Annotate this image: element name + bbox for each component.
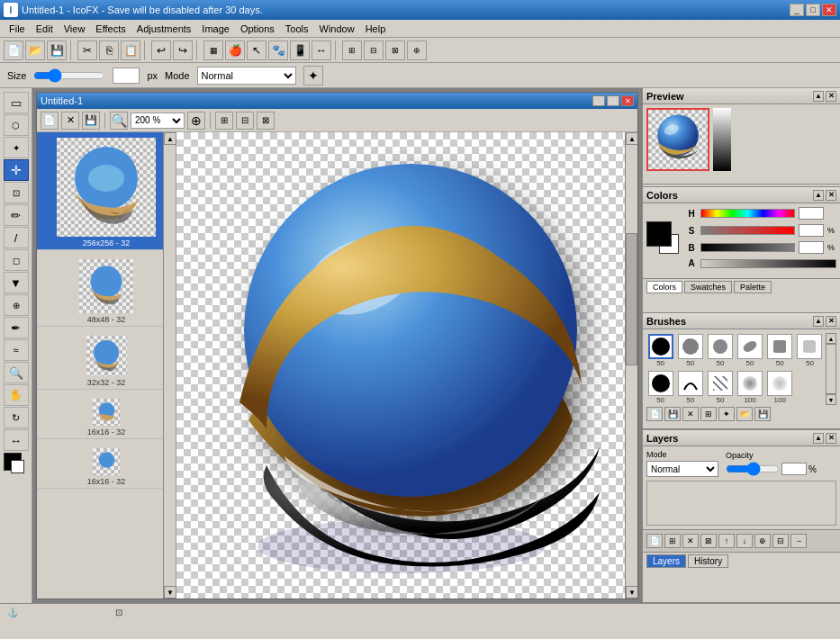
toolbar-new[interactable]: 📄 <box>4 40 23 60</box>
s-value[interactable]: 0 <box>799 224 824 237</box>
brush-item-8[interactable]: 50 <box>706 370 734 405</box>
tool-rotate[interactable]: ↻ <box>4 407 29 428</box>
brush-tool-3[interactable]: ✕ <box>682 407 699 421</box>
layers-tool-4[interactable]: ⊠ <box>700 534 717 548</box>
options-extra-btn[interactable]: ✦ <box>303 66 323 86</box>
canvas-scroll-down[interactable]: ▼ <box>626 586 637 598</box>
layers-tool-5[interactable]: ↑ <box>718 534 735 548</box>
colors-tab-swatches[interactable]: Swatches <box>684 281 732 293</box>
layers-tool-2[interactable]: ⊞ <box>664 534 681 548</box>
brush-item-0[interactable]: 50 <box>646 333 674 368</box>
colors-collapse[interactable]: ▲ <box>813 190 824 201</box>
doc-tool-actual[interactable]: ⊞ <box>215 112 233 130</box>
brush-item-6[interactable]: 50 <box>646 370 674 405</box>
brush-item-3[interactable]: 50 <box>736 333 763 368</box>
opacity-value[interactable]: 52 <box>781 463 807 475</box>
menu-edit[interactable]: Edit <box>31 22 59 36</box>
menu-image[interactable]: Image <box>196 22 235 36</box>
toolbar-btn7[interactable]: ⊞ <box>342 40 362 60</box>
toolbar-btn8[interactable]: ⊟ <box>364 40 384 60</box>
icon-canvas[interactable] <box>194 150 609 591</box>
brushes-scroll-up[interactable]: ▲ <box>826 333 836 344</box>
toolbar-paste[interactable]: 📋 <box>121 40 140 60</box>
layers-tool-6[interactable]: ↓ <box>736 534 753 548</box>
tool-crop[interactable]: ⊡ <box>4 182 29 203</box>
toolbar-btn4[interactable]: 🐾 <box>268 40 288 60</box>
doc-close[interactable]: ✕ <box>621 95 634 106</box>
layers-tool-9[interactable]: → <box>790 534 807 548</box>
tool-move[interactable]: ✛ <box>4 159 29 181</box>
doc-tool-new[interactable]: 📄 <box>41 112 59 130</box>
close-button[interactable]: ✕ <box>822 4 836 16</box>
brush-tool-6[interactable]: 📂 <box>736 407 753 421</box>
layers-close[interactable]: ✕ <box>826 433 836 444</box>
scroll-up[interactable]: ▲ <box>164 132 176 145</box>
doc-tool-zoom-in[interactable]: ⊕ <box>187 112 205 130</box>
layers-collapse[interactable]: ▲ <box>813 433 824 444</box>
brush-item-9[interactable]: 100 <box>736 370 763 405</box>
doc-maximize[interactable]: □ <box>607 95 619 106</box>
tool-text[interactable]: ↔ <box>4 429 29 451</box>
toolbar-copy[interactable]: ⎘ <box>99 40 119 60</box>
toolbar-btn1[interactable]: ▦ <box>203 40 223 60</box>
layers-tool-3[interactable]: ✕ <box>682 534 699 548</box>
menu-options[interactable]: Options <box>235 22 280 36</box>
toolbar-btn6[interactable]: ↔ <box>312 40 331 60</box>
toolbar-open[interactable]: 📂 <box>25 40 45 60</box>
maximize-button[interactable]: □ <box>806 4 820 16</box>
layers-tool-8[interactable]: ⊟ <box>772 534 789 548</box>
s-track[interactable] <box>700 226 795 235</box>
layers-tool-7[interactable]: ⊕ <box>754 534 771 548</box>
thumb-32[interactable]: 32x32 - 32 <box>37 330 176 390</box>
b-track[interactable] <box>700 243 795 252</box>
size-input[interactable]: 50 <box>113 68 140 84</box>
toolbar-redo[interactable]: ↪ <box>173 40 193 60</box>
brush-tool-1[interactable]: 📄 <box>646 407 663 421</box>
brush-item-4[interactable]: 50 <box>766 333 794 368</box>
brush-tool-7[interactable]: 💾 <box>754 407 771 421</box>
menu-adjustments[interactable]: Adjustments <box>131 22 197 36</box>
thumb-16b[interactable]: 16x16 - 32 <box>37 443 176 489</box>
color-swatch-container[interactable] <box>646 221 682 257</box>
scroll-down[interactable]: ▼ <box>164 586 176 598</box>
tool-fill[interactable]: ▼ <box>4 272 29 293</box>
toolbar-btn3[interactable]: ↖ <box>247 40 266 60</box>
color-selector[interactable] <box>4 453 29 474</box>
toolbar-btn5[interactable]: 📱 <box>290 40 310 60</box>
size-slider[interactable] <box>33 69 105 82</box>
opacity-slider[interactable] <box>726 462 780 476</box>
mode-select[interactable]: Normal Multiply Screen Overlay <box>197 67 296 85</box>
brush-tool-5[interactable]: ✦ <box>718 407 735 421</box>
brushes-collapse[interactable]: ▲ <box>813 316 824 327</box>
layers-mode-select[interactable]: Normal Multiply Screen <box>646 461 718 477</box>
tool-eraser[interactable]: ◻ <box>4 249 29 271</box>
tool-zoom[interactable]: 🔍 <box>4 362 29 383</box>
doc-tool-save[interactable]: 💾 <box>82 112 100 130</box>
canvas-content[interactable]: ▲ ▼ <box>176 132 637 598</box>
colors-tab-colors[interactable]: Colors <box>646 281 682 293</box>
menu-window[interactable]: Window <box>314 22 360 36</box>
foreground-color[interactable] <box>646 221 672 247</box>
thumb-scrollbar[interactable]: ▲ ▼ <box>163 132 176 598</box>
colors-tab-palette[interactable]: Palette <box>734 281 772 293</box>
minimize-button[interactable]: _ <box>790 4 804 16</box>
brush-tool-2[interactable]: 💾 <box>664 407 681 421</box>
toolbar-btn9[interactable]: ⊠ <box>385 40 405 60</box>
doc-tool-preview2[interactable]: ⊠ <box>257 112 275 130</box>
canvas-scroll-up[interactable]: ▲ <box>626 132 637 145</box>
h-value[interactable]: 0 <box>799 207 824 220</box>
brush-item-5[interactable]: 50 <box>796 333 824 368</box>
tool-eyedropper[interactable]: ✒ <box>4 317 29 338</box>
h-track[interactable] <box>700 209 795 218</box>
thumb-256[interactable]: 256x256 - 32 <box>37 132 176 250</box>
scrollbar-thumb[interactable] <box>626 233 637 365</box>
menu-file[interactable]: File <box>4 22 31 36</box>
tool-lasso[interactable]: ⬡ <box>4 114 29 136</box>
brushes-scroll-down[interactable]: ▼ <box>826 394 836 405</box>
menu-effects[interactable]: Effects <box>90 22 131 36</box>
brush-tool-4[interactable]: ⊞ <box>700 407 717 421</box>
doc-tool-grid[interactable]: ⊟ <box>236 112 254 130</box>
doc-minimize[interactable]: _ <box>592 95 605 106</box>
brush-item-1[interactable]: 50 <box>676 333 704 368</box>
doc-tool-close[interactable]: ✕ <box>61 112 79 130</box>
